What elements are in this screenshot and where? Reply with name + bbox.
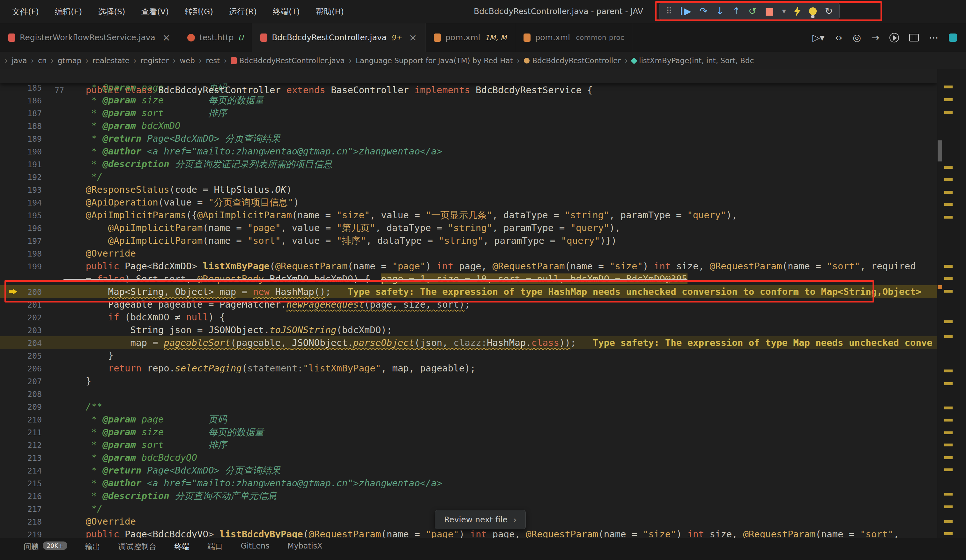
breadcrumb-item-web[interactable]: web	[180, 56, 195, 65]
panel-tab-mybatisx[interactable]: MybatisX	[288, 542, 322, 560]
line-number[interactable]: 196	[0, 222, 42, 235]
line-number[interactable]: 212	[0, 439, 42, 452]
line-number[interactable]: 192	[0, 171, 42, 184]
breadcrumb-item-listxmbypage-int-int-sort-bdc[interactable]: listXmByPage(int, int, Sort, Bdc	[632, 56, 754, 65]
breadcrumb-label: BdcBdcdyRestController.java	[239, 56, 345, 65]
line-number[interactable]: 217	[0, 503, 42, 516]
line-number[interactable]: 201	[0, 299, 42, 311]
panel-tab-终端[interactable]: 终端	[174, 542, 190, 560]
scrollbar-thumb[interactable]	[938, 140, 942, 161]
stop-icon[interactable]: ■	[765, 7, 774, 16]
line-number[interactable]: 189	[0, 133, 42, 146]
breadcrumb-item-register[interactable]: register	[140, 56, 169, 65]
line-number[interactable]: 205	[0, 350, 42, 363]
tab-pom-xml-3[interactable]: pom.xml1M, M	[426, 23, 516, 52]
go-forward-icon[interactable]: →	[871, 33, 879, 43]
step-over-icon[interactable]: ↷	[700, 7, 708, 16]
panel-tab-gitlens[interactable]: GitLens	[241, 542, 269, 560]
line-number[interactable]: 195	[0, 209, 42, 222]
target-icon[interactable]: ◎	[853, 33, 861, 43]
menu-item-转到-g[interactable]: 转到(G)	[178, 3, 220, 20]
panel-tab-输出[interactable]: 输出	[85, 542, 100, 560]
overview-ruler[interactable]	[937, 69, 966, 552]
menu-item-终端-t[interactable]: 终端(T)	[266, 3, 307, 20]
line-number[interactable]: 208	[0, 388, 42, 401]
code-token: ),	[610, 222, 621, 233]
line-number[interactable]: 202	[0, 311, 42, 324]
tab-pom-xml-4[interactable]: pom.xmlcommon-proc	[515, 23, 632, 52]
line-number[interactable]: 209	[0, 401, 42, 414]
breadcrumb-item-gtmap[interactable]: gtmap	[58, 56, 82, 65]
extension-badge-icon[interactable]	[949, 33, 957, 42]
run-or-debug-icon[interactable]: ▷▾	[813, 33, 825, 43]
line-number[interactable]: 190	[0, 146, 42, 158]
line-number[interactable]: 191	[0, 158, 42, 171]
menu-item-帮助-h[interactable]: 帮助(H)	[309, 3, 351, 20]
line-number[interactable]: 207	[0, 375, 42, 388]
line-number[interactable]: 214	[0, 465, 42, 477]
line-number[interactable]: 200	[0, 286, 42, 299]
breadcrumb-item-rest[interactable]: rest	[206, 56, 220, 65]
continue-icon[interactable]: ▶	[681, 7, 691, 16]
restart-icon[interactable]: ↺	[748, 7, 756, 16]
line-number[interactable]: 204	[0, 337, 42, 350]
line-number[interactable]: 197	[0, 235, 42, 248]
breadcrumb-item-bdcbdcdyrestcontroller-java[interactable]: BdcBdcdyRestController.java	[231, 56, 345, 65]
step-into-icon[interactable]: ↓	[716, 7, 724, 16]
panel-tab-端口[interactable]: 端口	[208, 542, 223, 560]
code-line-214: 214 * @return Page<BdcXmDO> 分页查询结果	[0, 464, 937, 477]
line-number[interactable]: 198	[0, 248, 42, 260]
open-changes-icon[interactable]: ‹›	[835, 33, 843, 43]
line-number[interactable]: 188	[0, 120, 42, 133]
close-icon[interactable]: ×	[163, 32, 170, 43]
breadcrumb-item-realestate[interactable]: realestate	[92, 56, 130, 65]
code-token: class	[531, 337, 559, 348]
panel-tab-调试控制台[interactable]: 调试控制台	[118, 542, 157, 560]
more-actions-icon[interactable]: ⋯	[929, 33, 938, 43]
line-number[interactable]: 211	[0, 426, 42, 439]
breadcrumb-item-cn[interactable]: cn	[38, 56, 47, 65]
step-out-icon[interactable]: ↑	[732, 7, 740, 16]
menu-item-文件-f[interactable]: 文件(F)	[5, 3, 46, 20]
minimap-warning-mark	[944, 407, 953, 409]
split-editor-icon[interactable]	[909, 34, 919, 41]
tab-test-http-1[interactable]: test.httpU	[179, 23, 252, 52]
line-number[interactable]: 210	[0, 414, 42, 426]
line-number[interactable]: 218	[0, 516, 42, 529]
close-icon[interactable]: ×	[409, 32, 417, 43]
run-java-icon[interactable]	[889, 33, 899, 43]
line-number[interactable]: 203	[0, 324, 42, 337]
tab-registerworkflowrestservice-java-0[interactable]: RegisterWorkflowRestService.java×	[0, 23, 179, 52]
sticky-scroll-line[interactable]: 77public class BdcBdcdyRestController ex…	[0, 69, 937, 83]
line-number[interactable]: 194	[0, 197, 42, 209]
menu-item-运行-r[interactable]: 运行(R)	[222, 3, 264, 20]
tab-bdcbdcdyrestcontroller-java-2[interactable]: BdcBdcdyRestController.java9+×	[252, 23, 426, 52]
minimap-warning-mark	[944, 320, 953, 323]
lightbulb-icon[interactable]	[809, 7, 817, 15]
panel-tab-问题[interactable]: 问题20K+	[24, 542, 67, 560]
menu-item-查看-v[interactable]: 查看(V)	[134, 3, 176, 20]
code-token: .	[281, 299, 286, 310]
code-token: =	[64, 273, 97, 284]
breadcrumb-item-java[interactable]: java	[12, 56, 27, 65]
menu-item-选择-s[interactable]: 选择(S)	[91, 3, 132, 20]
line-number[interactable]: 199	[0, 260, 42, 273]
code-token	[64, 325, 130, 335]
stop-dropdown-icon[interactable]: ▾	[782, 7, 786, 15]
code-line-188: 188 * @param bdcXmDO	[0, 119, 937, 132]
hot-code-replace-icon[interactable]	[794, 6, 801, 16]
minimap-warning-mark	[944, 216, 953, 218]
review-next-file-button[interactable]: Review next file ›	[435, 510, 526, 529]
line-number[interactable]: 213	[0, 452, 42, 465]
reload-icon[interactable]: ↻	[825, 7, 833, 16]
code-token: Pageable	[108, 299, 153, 310]
menu-item-编辑-e[interactable]: 编辑(E)	[48, 3, 89, 20]
code-token: JSONObject	[292, 337, 348, 348]
line-number[interactable]: 206	[0, 363, 42, 375]
line-number[interactable]: 193	[0, 184, 42, 197]
line-number[interactable]: 216	[0, 490, 42, 503]
breadcrumb-item-bdcbdcdyrestcontroller[interactable]: BdcBdcdyRestController	[524, 56, 621, 65]
line-number[interactable]: 215	[0, 477, 42, 490]
breadcrumb-item-language-support-for-java-tm-by-red-hat[interactable]: Language Support for Java(TM) by Red Hat	[356, 56, 513, 65]
grip-icon[interactable]: ⠿	[666, 7, 672, 16]
